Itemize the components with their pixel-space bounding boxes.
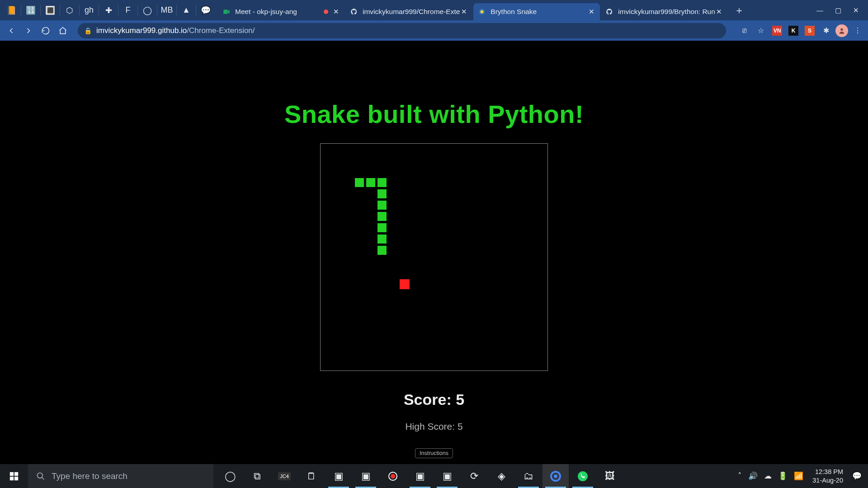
jc4-icon[interactable]: JC4 — [271, 464, 297, 488]
food — [400, 279, 410, 289]
tray-volume-icon[interactable]: 🔊 — [748, 471, 758, 481]
cortana-icon[interactable]: ◯ — [217, 464, 243, 488]
plus-icon[interactable]: ✚ — [103, 5, 114, 16]
tray-battery-icon[interactable]: 🔋 — [778, 471, 788, 481]
highscore-value: 5 — [458, 421, 463, 432]
browser-tab[interactable]: imvickykumar999/Brython: Run✕ — [601, 3, 728, 20]
start-button[interactable] — [0, 464, 28, 488]
forward-button[interactable] — [22, 24, 35, 38]
score-label: Score: — [404, 391, 452, 408]
home-button[interactable] — [56, 24, 70, 38]
pycharm3-icon[interactable]: ▣ — [407, 464, 433, 488]
svg-marker-1 — [228, 10, 230, 14]
vn-icon[interactable]: VN — [771, 25, 783, 37]
chrome-menu-button[interactable]: ⋮ — [852, 25, 863, 37]
tab-close-button[interactable]: ✕ — [460, 8, 468, 16]
clock-date: 31-Aug-20 — [812, 476, 843, 485]
separator — [99, 5, 99, 16]
tab-title: Brython Snake — [491, 8, 587, 16]
highscore-label: High Score: — [405, 421, 455, 432]
grid-icon[interactable]: 🔢 — [25, 5, 37, 16]
sync-icon[interactable]: ⟳ — [461, 464, 487, 488]
pattern-icon[interactable]: 🔳 — [44, 5, 56, 16]
svg-point-3 — [481, 10, 484, 14]
window-close-button[interactable]: ✕ — [853, 6, 859, 14]
separator — [21, 5, 21, 16]
search-placeholder: Type here to search — [52, 471, 127, 481]
drive-icon[interactable]: ▲ — [180, 5, 192, 16]
system-tray: ˄ 🔊 ☁ 🔋 📶 12:38 PM 31-Aug-20 💬 — [738, 464, 868, 488]
snake-segment — [377, 223, 387, 233]
notifications-icon[interactable]: 💬 — [852, 471, 862, 481]
python-favicon-icon — [478, 8, 486, 16]
f-icon[interactable]: F — [122, 5, 134, 16]
taskbar-items: ◯⧉JC4🗒▣▣▣▣⟳◈🗂🖼 — [217, 464, 623, 488]
separator — [137, 5, 138, 16]
taskbar-search[interactable]: Type here to search — [28, 464, 213, 488]
svg-line-10 — [42, 477, 44, 479]
pycharm4-icon[interactable]: ▣ — [434, 464, 460, 488]
browser-tab[interactable]: imvickykumar999/Chrome-Exte✕ — [345, 3, 472, 20]
github-favicon-icon — [350, 8, 358, 16]
circle-icon[interactable]: ◯ — [142, 5, 153, 16]
puzzle-icon[interactable]: ✱ — [820, 25, 832, 37]
hex-icon[interactable]: ⬡ — [64, 5, 75, 16]
browser-tab[interactable]: Brython Snake✕ — [473, 3, 600, 20]
url-path: /Chrome-Extension/ — [187, 26, 255, 35]
window-minimize-button[interactable]: — — [816, 6, 823, 14]
score-display: Score: 5 — [404, 391, 464, 408]
chrome-icon[interactable] — [542, 464, 569, 488]
snake-segment — [354, 178, 364, 188]
separator — [118, 5, 118, 16]
notes-icon[interactable]: 🗒 — [298, 464, 325, 488]
window-maximize-button[interactable]: ▢ — [835, 6, 841, 14]
instructions-button[interactable]: Instructions — [415, 448, 453, 458]
whatsapp-icon[interactable] — [570, 464, 596, 488]
k-icon[interactable]: K — [788, 25, 799, 37]
browser-tabstrip: 📙🔢🔳⬡gh✚F◯MB▲💬 Meet - okp-jsuy-ang✕imvick… — [0, 0, 868, 20]
github-icon[interactable]: gh — [83, 5, 95, 16]
meet-icon[interactable]: 💬 — [200, 5, 212, 16]
reload-button[interactable] — [39, 24, 52, 38]
pycharm2-icon[interactable]: ▣ — [353, 464, 379, 488]
tab-close-button[interactable]: ✕ — [587, 8, 595, 16]
page-content: Snake built with Python! Score: 5 High S… — [0, 41, 868, 464]
book-icon[interactable]: 📙 — [5, 5, 17, 16]
diamond-icon[interactable]: ◈ — [488, 464, 514, 488]
mb-icon[interactable]: MB — [161, 5, 173, 16]
tab-close-button[interactable]: ✕ — [715, 8, 723, 16]
separator — [79, 5, 80, 16]
snake-segment — [377, 189, 387, 199]
snake-segment — [366, 178, 376, 188]
new-tab-button[interactable]: ＋ — [731, 3, 747, 18]
s-icon[interactable]: S — [804, 25, 816, 37]
svg-rect-8 — [14, 476, 18, 480]
browser-tab[interactable]: Meet - okp-jsuy-ang✕ — [218, 3, 344, 20]
svg-point-13 — [578, 471, 588, 481]
cast-icon[interactable]: ⎚ — [739, 25, 750, 37]
toolbar-extensions: ⎚☆VNKS✱ — [739, 25, 832, 37]
tray-wifi-icon[interactable]: 📶 — [794, 471, 803, 481]
tab-close-button[interactable]: ✕ — [332, 8, 340, 16]
tray-chevron-icon[interactable]: ˄ — [738, 471, 742, 481]
separator — [176, 5, 177, 16]
svg-point-4 — [840, 28, 843, 30]
explorer-icon[interactable]: 🗂 — [515, 464, 542, 488]
star-icon[interactable]: ☆ — [755, 25, 767, 37]
game-board[interactable] — [320, 143, 548, 371]
pycharm1-icon[interactable]: ▣ — [326, 464, 352, 488]
taskview-icon[interactable]: ⧉ — [244, 464, 270, 488]
taskbar-clock[interactable]: 12:38 PM 31-Aug-20 — [812, 468, 843, 485]
snake-segment — [377, 211, 387, 221]
separator — [60, 5, 60, 16]
picture-icon[interactable]: 🖼 — [597, 464, 623, 488]
back-button[interactable] — [5, 24, 18, 38]
record-icon[interactable] — [380, 464, 406, 488]
svg-point-12 — [554, 474, 557, 478]
lock-icon: 🔒 — [84, 27, 92, 34]
profile-avatar[interactable] — [835, 24, 848, 37]
snake-segment — [377, 178, 387, 188]
tray-cloud-icon[interactable]: ☁ — [764, 471, 772, 481]
address-bar[interactable]: 🔒 imvickykumar999.github.io/Chrome-Exten… — [78, 23, 726, 38]
snake-segment — [377, 200, 387, 210]
